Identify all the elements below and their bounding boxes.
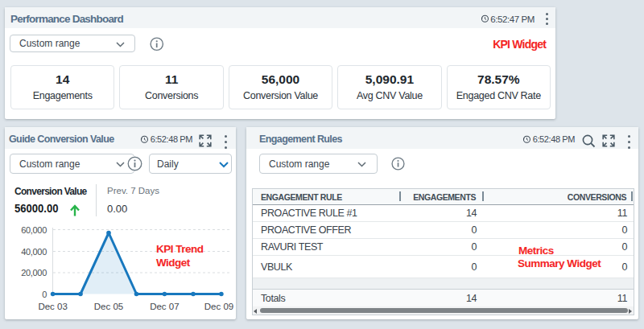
svg-text:60,000: 60,000 xyxy=(21,225,47,235)
svg-text:Dec 07: Dec 07 xyxy=(150,302,179,311)
svg-text:20,000: 20,000 xyxy=(21,268,47,278)
svg-text:Dec 05: Dec 05 xyxy=(94,302,123,311)
svg-text:0: 0 xyxy=(42,290,47,299)
svg-text:Dec 09: Dec 09 xyxy=(204,302,233,311)
svg-text:40,000: 40,000 xyxy=(21,247,47,257)
svg-text:Dec 03: Dec 03 xyxy=(38,302,67,311)
